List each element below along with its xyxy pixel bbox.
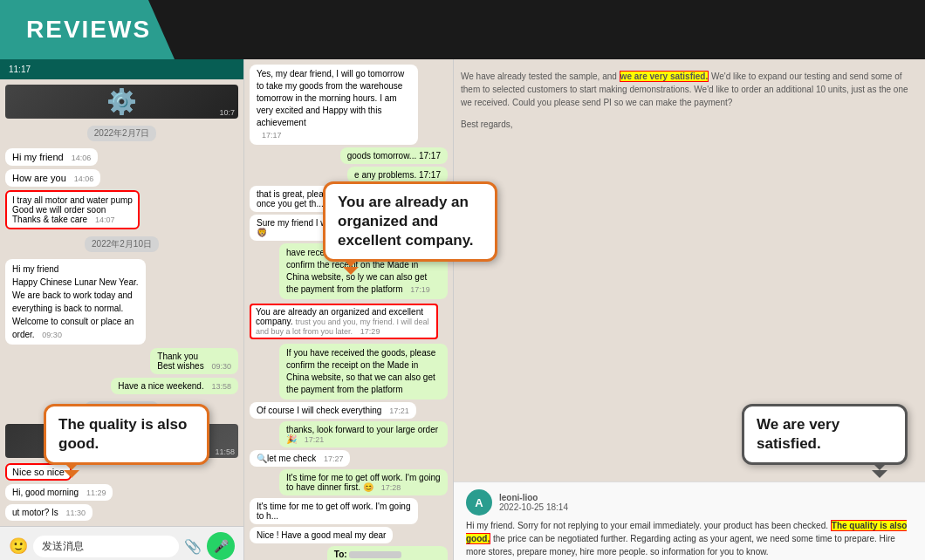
msg-let-me-check: 🔍let me check 17:27 (250, 450, 350, 467)
bubble1-tail (343, 267, 359, 275)
best-regards: Best regards, (461, 120, 918, 129)
msg-get-off-work: It's time for me to get off work. I'm go… (279, 469, 448, 495)
motor-icon: ⚙️ (106, 87, 137, 116)
email-section: A leoni-lioo 2022-10-25 18:14 Hi my frie… (454, 481, 925, 560)
msg-email-to: To: Subject: Dear mr. Leong, (327, 546, 448, 560)
main-content: 11:17 ⚙️ 10:7 2022年2月7日 Hi my friend 14:… (0, 59, 925, 560)
bubble3-tail (872, 470, 887, 478)
msg-large-order: thanks, look forward to your large order… (279, 421, 448, 447)
msg-check-everything: Of course I will check everything 17:21 (250, 402, 416, 419)
overlay-bubble-satisfied: We are very satisfied. (742, 404, 908, 465)
msg-payment-platform: If you have received the goods, please c… (279, 344, 448, 400)
msg-nice-weekend: Have a nice weekend. 13:58 (111, 378, 238, 394)
chat-panel-right: We have already tested the sample, and w… (454, 59, 925, 560)
email-header: A leoni-lioo 2022-10-25 18:14 (466, 489, 913, 516)
chat-panel-left: 11:17 ⚙️ 10:7 2022年2月7日 Hi my friend 14:… (0, 59, 244, 560)
msg-how-are-you: How are you 14:06 (5, 169, 100, 187)
date-label-2: 2022年2月10日 (85, 236, 159, 252)
sender-avatar: A (466, 489, 492, 516)
msg-order-box: I tray all motor and water pump Good we … (5, 190, 140, 229)
bubble2-tail (64, 470, 79, 478)
msg-go-warehouse: Yes, my dear friend, I will go tomorrow … (250, 65, 418, 145)
msg-motor: ut motor? Is 11:30 (5, 504, 92, 521)
email-body: Hi my friend. Sorry for not replying to … (466, 519, 913, 558)
msg-get-off-work-recv: It's time for me to get off work. I'm go… (250, 498, 418, 524)
msg-good-meal: Nice ! Have a good meal my dear (250, 527, 393, 543)
overlay-bubble-company: You are already an organized and excelle… (323, 181, 497, 262)
email-meta: leoni-lioo 2022-10-25 18:14 (499, 493, 568, 512)
thumb1-time: 10:7 (219, 108, 235, 117)
page-header: REVIEWS (0, 0, 925, 59)
overlay-bubble-quality: The quality is also good. (44, 404, 209, 465)
date-label-1: 2022年2月7日 (87, 126, 156, 141)
chat-timestamp-top: 11:17 (9, 65, 31, 74)
attach-icon[interactable]: 📎 (184, 538, 202, 555)
message-input[interactable]: 发送消息 (33, 536, 179, 557)
highlight-satisfied: we are very satisfied. (620, 71, 709, 82)
chat-image-thumb-1: ⚙️ 10:7 (5, 85, 238, 119)
msg-lunar-new-year: Hi my friend Happy Chinese Lunar New Yea… (5, 259, 146, 345)
nice-so-nice-label: Nice so nice (5, 463, 72, 481)
mic-button[interactable]: 🎤 (207, 532, 235, 560)
page-title: REVIEWS (26, 16, 151, 43)
msg-goods-tomorrow: goods tomorrow... 17:17 (340, 147, 448, 164)
highlighted-company-msg: You are already an organized and excelle… (250, 304, 438, 339)
chat-input-area: 🙂 发送消息 📎 🎤 (0, 526, 243, 560)
email-body-preview: We have already tested the sample, and w… (461, 66, 918, 113)
thumb2-time: 11:58 (215, 447, 235, 456)
msg-hi-my-friend: Hi my friend 14:06 (5, 148, 98, 166)
msg-good-morning: Hi, good morning 11:29 (5, 484, 113, 501)
emoji-icon[interactable]: 🙂 (9, 536, 28, 556)
msg-thank-you: Thank you Best wishes 09:30 (150, 348, 238, 374)
chat-header-left: 11:17 (0, 59, 243, 79)
chat-messages-mid: Yes, my dear friend, I will go tomorrow … (244, 59, 453, 560)
chat-panel-middle: Yes, my dear friend, I will go tomorrow … (244, 59, 454, 560)
